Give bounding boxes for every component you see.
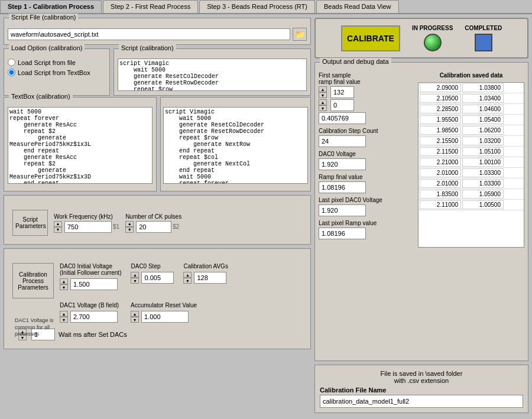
first-sample-group: First sampleramp final value ▲ ▼ ▲ ▼ xyxy=(319,72,413,124)
work-freq-up[interactable]: ▲ xyxy=(54,221,62,227)
tab-step1[interactable]: Step 1 - Calibration Process xyxy=(0,0,102,13)
script-content-textarea[interactable]: script Vimagic wait 5000 generate ResetC… xyxy=(163,107,308,184)
first-sample-input[interactable] xyxy=(319,112,366,124)
table-cell: 2.21000 xyxy=(420,158,461,167)
table-cell: 1.95500 xyxy=(420,115,461,124)
dac1-note: DAC1 Voltage is common for all processes xyxy=(15,317,59,338)
table-cell: 1.06200 xyxy=(462,126,504,135)
script-textarea[interactable]: script Vimagic wait 5000 generate ResetC… xyxy=(118,59,307,91)
first-sample-down[interactable]: ▼ xyxy=(319,92,327,98)
saved-file-message: File is saved in \saved folderwith .csv … xyxy=(320,370,523,384)
first-sample-up[interactable]: ▲ xyxy=(319,86,327,92)
dac0-initial-down[interactable]: ▼ xyxy=(60,284,68,290)
acc-reset-down[interactable]: ▼ xyxy=(131,317,139,323)
ck-pulses-spin-label: $2 xyxy=(173,223,179,230)
dac1-voltage-input[interactable] xyxy=(70,311,118,323)
wait-row: ▲ ▼ Wait ms after Set DACs xyxy=(18,329,302,340)
ramp-final-input[interactable] xyxy=(319,181,366,193)
radio-from-file[interactable]: Load Script from file xyxy=(8,59,106,66)
tab-step2[interactable]: Step 2 - First Read Process xyxy=(103,0,198,13)
calib-step-input[interactable] xyxy=(319,135,366,147)
calib-avgs-input[interactable] xyxy=(194,272,226,284)
load-option-title: Load Option (calibration) xyxy=(9,44,85,51)
calibrate-button[interactable]: CALIBRATE xyxy=(341,25,400,51)
first-sample-val-down[interactable]: ▼ xyxy=(319,105,327,111)
last-pixel-dac0-group: Last pixel DAC0 Voltage xyxy=(319,197,413,216)
in-progress-led xyxy=(424,34,442,51)
output-left: First sampleramp final value ▲ ▼ ▲ ▼ xyxy=(319,72,413,248)
calib-row1: CalibrationProcessParameters DAC0 Initia… xyxy=(12,263,302,298)
tab-step4[interactable]: Beads Read Data View xyxy=(316,0,399,13)
script-params-box: ScriptParameters Work Frequency (kHz) ▲ … xyxy=(8,205,307,241)
ck-pulses-input[interactable] xyxy=(136,221,171,233)
radio-from-textbox-input[interactable] xyxy=(8,69,15,76)
dac1-voltage-up[interactable]: ▲ xyxy=(60,311,68,317)
ck-pulses-row: ▲ ▼ $2 xyxy=(125,221,181,233)
dac0-step-up[interactable]: ▲ xyxy=(131,272,139,278)
right-panel: CALIBRATE IN PROGRESS COMPLETED Output a… xyxy=(314,18,528,413)
dac0-initial-row: ▲ ▼ xyxy=(60,278,121,290)
last-pixel-ramp-input[interactable] xyxy=(319,228,366,239)
first-sample-spin-input[interactable] xyxy=(330,86,354,98)
dac0-step-row: ▲ ▼ xyxy=(131,272,174,284)
script-params-button[interactable]: ScriptParameters xyxy=(12,210,48,236)
radio-from-textbox[interactable]: Load Script from TextBox xyxy=(8,69,106,76)
table-row: 2.115001.05100 xyxy=(419,147,524,157)
first-sample-val-up[interactable]: ▲ xyxy=(319,99,327,105)
table-cell: 1.03400 xyxy=(462,94,504,103)
calib-avgs-row: ▲ ▼ xyxy=(183,272,228,284)
dac0-voltage-out-input[interactable] xyxy=(319,158,366,170)
calib-avgs-up[interactable]: ▲ xyxy=(183,272,192,278)
calib-filename-input[interactable] xyxy=(320,395,523,408)
calib-step-group: Calibration Step Count xyxy=(319,128,413,147)
calib-saved-title: Calibration saved data xyxy=(418,72,524,79)
in-progress-status: IN PROGRESS xyxy=(412,25,453,51)
table-cell: 2.09000 xyxy=(420,83,461,92)
main-content: Script File (calibration) 📁 Load Option … xyxy=(0,14,532,417)
output-grid: First sampleramp final value ▲ ▼ ▲ ▼ xyxy=(319,72,524,248)
calib-params-button[interactable]: CalibrationProcessParameters xyxy=(12,263,54,298)
table-cell: 2.01000 xyxy=(420,179,461,188)
textbox-title: TextBox (calibration) xyxy=(9,93,73,100)
acc-reset-row: ▲ ▼ xyxy=(131,311,197,323)
acc-reset-input[interactable] xyxy=(141,311,189,323)
dac1-voltage-down[interactable]: ▼ xyxy=(60,317,68,323)
first-sample-val-spinners: ▲ ▼ xyxy=(319,99,327,111)
dac0-initial-input[interactable] xyxy=(70,278,118,290)
table-cell: 1.03300 xyxy=(462,168,504,177)
dac0-initial-up[interactable]: ▲ xyxy=(60,278,68,284)
saved-file-box: File is saved in \saved folderwith .csv … xyxy=(314,365,528,413)
folder-button[interactable]: 📁 xyxy=(293,28,307,41)
calib-avgs-down[interactable]: ▼ xyxy=(183,278,192,284)
script-file-input[interactable] xyxy=(8,28,290,40)
completed-status: COMPLETED xyxy=(465,25,502,51)
dac0-step-down[interactable]: ▼ xyxy=(131,278,139,284)
tab-step3[interactable]: Step 3 - Beads Read Process (RT) xyxy=(199,0,315,13)
completed-led xyxy=(475,34,492,51)
work-freq-group: Work Frequency (kHz) ▲ ▼ $1 xyxy=(54,213,119,233)
ck-pulses-spinners: ▲ ▼ xyxy=(125,221,134,233)
work-freq-input[interactable] xyxy=(64,221,112,233)
output-debug-group: Output and debug data First sampleramp f… xyxy=(314,62,528,361)
ck-pulses-up[interactable]: ▲ xyxy=(125,221,134,227)
table-cell: 1.05100 xyxy=(462,147,504,156)
acc-reset-up[interactable]: ▲ xyxy=(131,311,139,317)
calib-data-table[interactable]: 2.090001.038002.105001.034002.285001.046… xyxy=(418,82,524,248)
textbox-textarea[interactable]: wait 5000 repeat forever generate ResAcc… xyxy=(8,107,153,184)
table-cell: 2.11000 xyxy=(420,200,461,209)
ck-pulses-down[interactable]: ▼ xyxy=(125,227,134,233)
calib-process-group: CalibrationProcessParameters DAC0 Initia… xyxy=(4,248,311,349)
output-right: Calibration saved data 2.090001.038002.1… xyxy=(418,72,524,248)
last-pixel-dac0-input[interactable] xyxy=(319,204,366,216)
work-freq-down[interactable]: ▼ xyxy=(54,227,62,233)
calib-avgs-group: Calibration AVGs ▲ ▼ xyxy=(183,263,228,290)
table-cell: 1.03300 xyxy=(462,179,504,188)
textbox-group: TextBox (calibration) wait 5000 repeat f… xyxy=(4,97,157,191)
work-freq-spin-label: $1 xyxy=(113,223,119,230)
table-cell: 1.00500 xyxy=(462,200,504,209)
dac0-step-group: DAC0 Step ▲ ▼ xyxy=(131,263,174,290)
radio-from-file-input[interactable] xyxy=(8,59,15,66)
dac0-initial-group: DAC0 Initial Voltage(Initial Follower cu… xyxy=(60,263,121,290)
dac0-step-input[interactable] xyxy=(141,272,174,284)
first-sample-val-input[interactable] xyxy=(330,99,354,111)
